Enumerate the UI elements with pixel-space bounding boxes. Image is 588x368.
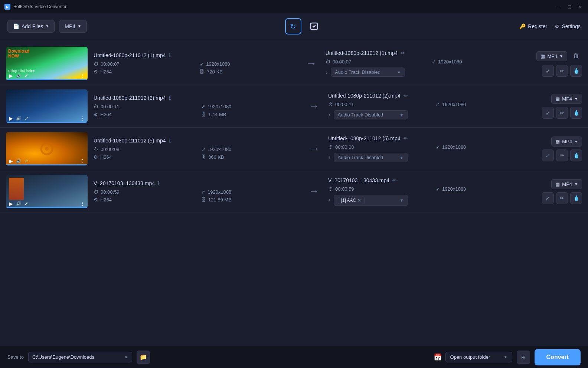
codec-icon: ⚙ [94, 112, 98, 117]
edit-video-button[interactable]: ✏ [556, 192, 568, 204]
save-path-text: C:\Users\Eugene\Downloads [32, 354, 94, 360]
loading-spinner-button[interactable]: ↻ [285, 18, 301, 34]
crop-button[interactable]: ⤢ [542, 150, 554, 161]
color-button[interactable]: 💧 [570, 65, 582, 77]
audio-tag-close-icon[interactable]: ✕ [357, 198, 361, 203]
format-chevron-icon: ▼ [574, 97, 578, 101]
save-path-input[interactable]: C:\Users\Eugene\Downloads ▼ [28, 352, 132, 362]
maximize-button[interactable]: □ [566, 3, 573, 10]
gear-icon: ⚙ [555, 23, 559, 29]
meta-resolution: ⤢ 1920x1080 [201, 104, 303, 109]
volume-icon[interactable]: 🔊 [16, 201, 22, 206]
file-name: Untitled-1080p-211012 (5).mp4 [94, 138, 166, 144]
thumbnail: DownloadNOW Using a link bel●● ▶ 🔊 ⤢ ⋮ [6, 47, 88, 80]
crop-button[interactable]: ⤢ [542, 192, 554, 204]
edit-video-button[interactable]: ✏ [556, 65, 568, 77]
thumbnail-gear [39, 141, 54, 156]
audio-track-row: ♪ Audio Track Disabled ▼ [328, 153, 538, 162]
audio-track-dropdown[interactable]: Audio Track Disabled ▼ [331, 68, 405, 77]
color-button[interactable]: 💧 [570, 107, 582, 119]
more-icon[interactable]: ⋮ [80, 116, 85, 121]
save-to-label: Save to [7, 354, 24, 360]
expand-icon[interactable]: ⤢ [24, 201, 28, 206]
delete-button[interactable]: 🗑 [570, 50, 582, 62]
play-icon[interactable]: ▶ [9, 115, 13, 121]
title-bar: ▶ SoftOrbits Video Converter − □ × [0, 0, 588, 13]
toolbar: 📄 Add Files ▼ MP4 ▼ ↻ 🔑 Register ⚙ Setti… [0, 13, 588, 39]
view-toggle-button[interactable]: ⊞ [517, 351, 530, 364]
edit-video-button[interactable]: ✏ [556, 107, 568, 119]
edit-icon[interactable]: ✏ [404, 93, 408, 99]
info-icon[interactable]: ℹ [169, 52, 171, 58]
audio-track-row: ♪ Audio Track Disabled ▼ [328, 110, 538, 119]
info-icon[interactable]: ℹ [158, 180, 160, 186]
resolution-icon: ⤢ [201, 104, 205, 109]
edit-icon[interactable]: ✏ [392, 177, 397, 183]
minimize-button[interactable]: − [555, 3, 563, 10]
clock-icon: ⏱ [94, 147, 98, 152]
output-format-badge[interactable]: ▦ MP4 ▼ [551, 137, 582, 147]
more-icon[interactable]: ⋮ [80, 158, 85, 164]
audio-track-dropdown[interactable]: Audio Track Disabled ▼ [334, 153, 408, 162]
audio-track-dropdown[interactable]: Audio Track Disabled ▼ [334, 110, 408, 119]
register-label: Register [528, 23, 547, 29]
info-icon[interactable]: ℹ [169, 138, 171, 144]
format-selector-button[interactable]: MP4 ▼ [59, 20, 87, 33]
music-icon: ♪ [328, 112, 331, 118]
open-output-folder-dropdown[interactable]: Open output folder ▼ [445, 352, 512, 362]
grid-icon: ▦ [555, 139, 560, 144]
crop-button[interactable]: ⤢ [542, 107, 554, 119]
close-button[interactable]: × [576, 3, 584, 10]
output-name: Untitled-1080p-211012 (5).mp4 [328, 135, 401, 141]
edit-icon[interactable]: ✏ [401, 50, 405, 56]
more-icon[interactable]: ⋮ [80, 201, 85, 206]
output-format-badge[interactable]: ▦ MP4 ▼ [536, 51, 567, 61]
audio-dropdown-chevron-icon: ▼ [397, 70, 401, 75]
edit-icon[interactable]: ✏ [404, 135, 408, 141]
output-resolution: ⤢ 1920x1080 [436, 144, 538, 150]
expand-icon[interactable]: ⤢ [24, 158, 28, 164]
convert-button[interactable]: Convert [535, 349, 581, 365]
codec-icon: ⚙ [94, 69, 98, 75]
color-button[interactable]: 💧 [570, 192, 582, 204]
grid-icon: ▦ [555, 96, 560, 102]
storage-icon: 🗄 [201, 112, 206, 117]
format-badge-label: MP4 [562, 181, 572, 187]
crop-button[interactable]: ⤢ [542, 65, 554, 77]
file-name-row: Untitled-1080p-211012 (5).mp4 ℹ [94, 138, 303, 144]
open-folder-chevron-icon: ▼ [504, 355, 507, 359]
meta-codec: ⚙ H264 [94, 112, 195, 117]
expand-icon[interactable]: ⤢ [24, 116, 28, 121]
audio-track-label: Audio Track Disabled [338, 155, 397, 160]
color-button[interactable]: 💧 [570, 150, 582, 161]
thumbnail-controls: ▶ 🔊 ⤢ ⋮ [6, 73, 88, 79]
volume-icon[interactable]: 🔊 [16, 116, 22, 121]
edit-video-button[interactable]: ✏ [556, 150, 568, 161]
browse-folder-button[interactable]: 📁 [137, 351, 150, 364]
output-format-badge[interactable]: ▦ MP4 ▼ [551, 179, 582, 189]
file-meta: ⏱ 00:00:11 ⤢ 1920x1080 ⚙ H264 🗄 1.44 MB [94, 104, 303, 117]
meta-duration: ⏱ 00:00:08 [94, 147, 195, 152]
title-bar-left: ▶ SoftOrbits Video Converter [4, 4, 66, 10]
play-icon[interactable]: ▶ [9, 158, 13, 164]
register-button[interactable]: 🔑 Register [519, 23, 547, 29]
more-icon[interactable]: ⋮ [80, 73, 85, 78]
format-badge-label: MP4 [562, 96, 572, 102]
settings-button[interactable]: ⚙ Settings [555, 23, 581, 29]
output-format-badge[interactable]: ▦ MP4 ▼ [551, 94, 582, 104]
expand-icon[interactable]: ⤢ [24, 73, 28, 78]
volume-icon[interactable]: 🔊 [16, 73, 22, 78]
info-icon[interactable]: ℹ [169, 95, 171, 101]
play-icon[interactable]: ▶ [9, 201, 13, 207]
file-meta: ⏱ 00:00:08 ⤢ 1920x1080 ⚙ H264 🗄 366 KB [94, 147, 303, 160]
play-icon[interactable]: ▶ [9, 73, 13, 79]
toolbar-center: ↻ [91, 18, 515, 34]
audio-track-dropdown[interactable]: [1] AAC ✕ ▼ [334, 195, 408, 206]
volume-icon[interactable]: 🔊 [16, 158, 22, 164]
check-button[interactable] [307, 19, 321, 34]
calendar-icon: 📅 [434, 353, 442, 361]
meta-size: 🗄 366 KB [201, 154, 303, 160]
output-section: Untitled-1080p-211012 (1).mp4 ✏ ⏱ 00:00:… [323, 50, 532, 77]
add-files-button[interactable]: 📄 Add Files ▼ [7, 20, 55, 33]
file-actions: ▦ MP4 ▼ ⤢ ✏ 💧 [542, 179, 582, 204]
